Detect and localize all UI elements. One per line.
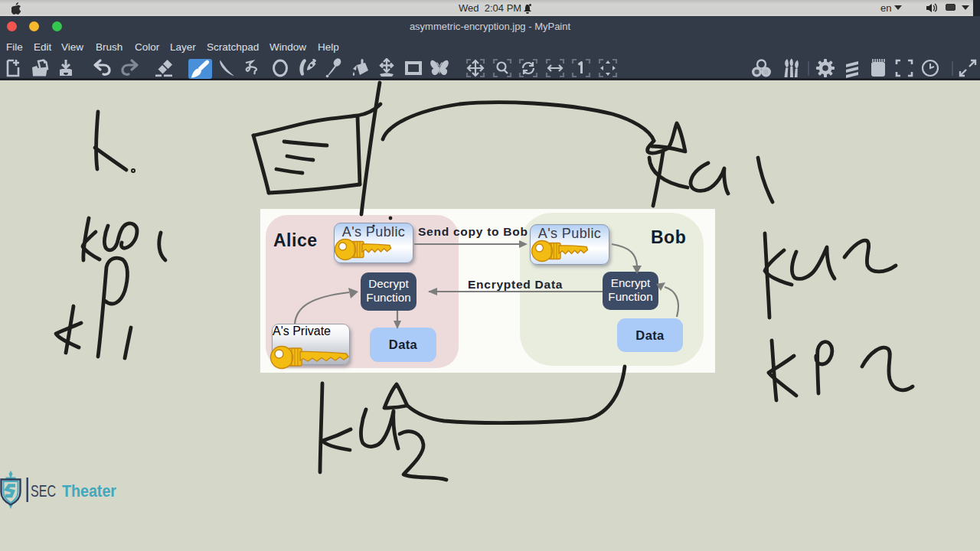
svg-text:SEC: SEC [31,481,56,500]
svg-text:Theater: Theater [62,481,116,500]
